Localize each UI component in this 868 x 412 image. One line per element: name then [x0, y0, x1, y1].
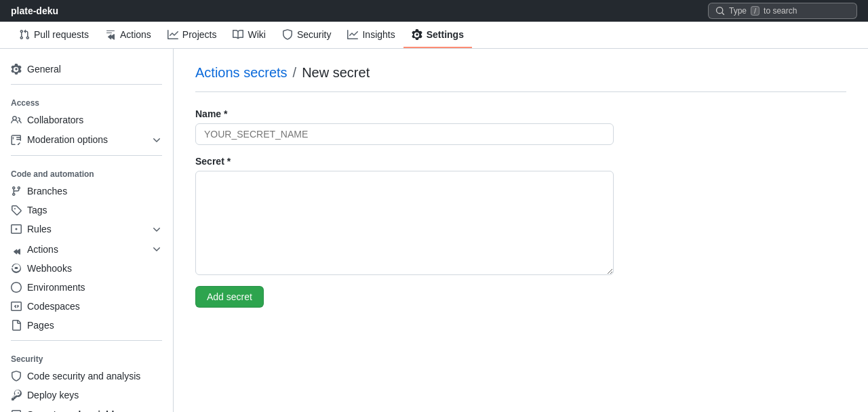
sidebar-item-pages[interactable]: Pages	[0, 316, 173, 335]
name-form-group: Name *	[195, 108, 846, 145]
tab-insights[interactable]: Insights	[339, 22, 403, 48]
rules-label: Rules	[27, 224, 52, 234]
sidebar-item-secrets[interactable]: Secrets and variables	[0, 405, 173, 412]
sidebar-general-label: General	[27, 64, 61, 75]
rules-icon	[11, 224, 22, 234]
gear-icon	[11, 64, 22, 75]
settings-icon	[412, 28, 422, 40]
tab-pull-requests[interactable]: Pull requests	[11, 22, 97, 48]
branches-label: Branches	[27, 186, 67, 197]
webhooks-icon	[11, 263, 22, 274]
security-nav-icon	[282, 28, 293, 40]
environments-label: Environments	[27, 282, 85, 293]
sidebar-item-webhooks[interactable]: Webhooks	[0, 259, 173, 278]
sidebar-item-rules[interactable]: Rules	[0, 220, 173, 239]
rules-chevron-icon	[151, 224, 162, 235]
search-kbd: /	[751, 6, 760, 16]
search-icon	[715, 6, 725, 16]
moderation-icon	[11, 134, 22, 145]
search-text: Type	[729, 6, 747, 16]
sidebar: General Access Collaborators Moderation …	[0, 49, 174, 412]
topbar-left: plate-deku	[11, 5, 58, 16]
branches-icon	[11, 186, 22, 197]
secrets-chevron-icon	[151, 409, 162, 412]
actions-icon	[105, 28, 116, 40]
breadcrumb-separator: /	[293, 65, 297, 81]
codespaces-icon	[11, 301, 22, 312]
sidebar-section-code: Code and automation	[0, 161, 173, 182]
breadcrumb: Actions secrets / New secret	[195, 65, 846, 81]
pages-icon	[11, 320, 22, 331]
tags-label: Tags	[27, 205, 47, 215]
tags-icon	[11, 205, 22, 215]
add-secret-button[interactable]: Add secret	[195, 286, 264, 308]
collaborators-label: Collaborators	[27, 115, 83, 125]
actions-left: Actions	[11, 244, 58, 255]
sidebar-item-codespaces[interactable]: Codespaces	[0, 297, 173, 316]
actions-chevron-icon	[151, 243, 162, 255]
sidebar-item-actions[interactable]: Actions	[0, 239, 173, 259]
sidebar-item-collaborators[interactable]: Collaborators	[0, 110, 173, 129]
topbar: plate-deku Type / to search	[0, 0, 868, 22]
webhooks-label: Webhooks	[27, 263, 72, 274]
name-label: Name *	[195, 108, 846, 119]
deploy-keys-label: Deploy keys	[27, 390, 79, 400]
people-icon	[11, 115, 22, 125]
moderation-left: Moderation options	[11, 134, 108, 145]
nav-tabs: Pull requests Actions Projects Wiki	[0, 22, 868, 49]
sidebar-item-environments[interactable]: Environments	[0, 278, 173, 297]
wiki-icon	[233, 28, 243, 40]
sidebar-divider-3	[11, 340, 162, 341]
secrets-left: Secrets and variables	[11, 409, 125, 412]
section-divider	[195, 91, 846, 92]
tab-wiki[interactable]: Wiki	[224, 22, 273, 48]
codespaces-label: Codespaces	[27, 301, 80, 312]
repo-name: plate-deku	[11, 5, 58, 16]
shield-icon	[11, 371, 22, 382]
secret-label: Secret *	[195, 156, 846, 167]
sidebar-section-access: Access	[0, 90, 173, 110]
insights-icon	[347, 28, 358, 40]
secret-form-group: Secret *	[195, 156, 846, 275]
layout: General Access Collaborators Moderation …	[0, 49, 868, 412]
breadcrumb-link[interactable]: Actions secrets	[195, 65, 288, 81]
sidebar-divider-1	[11, 84, 162, 85]
moderation-label: Moderation options	[27, 134, 108, 145]
environments-icon	[11, 282, 22, 293]
rules-left: Rules	[11, 224, 52, 234]
projects-icon	[167, 28, 178, 40]
secrets-label: Secrets and variables	[27, 409, 125, 412]
sidebar-item-tags[interactable]: Tags	[0, 201, 173, 220]
tab-projects[interactable]: Projects	[159, 22, 225, 48]
pages-label: Pages	[27, 320, 54, 331]
actions-sidebar-label: Actions	[27, 244, 58, 255]
sidebar-item-general[interactable]: General	[0, 60, 173, 79]
tab-actions[interactable]: Actions	[97, 22, 159, 48]
key-icon	[11, 390, 22, 400]
secret-input[interactable]	[195, 171, 614, 275]
chevron-down-icon	[151, 133, 162, 145]
search-bar[interactable]: Type / to search	[708, 3, 857, 19]
code-security-label: Code security and analysis	[27, 371, 140, 382]
main-content: Actions secrets / New secret Name * Secr…	[174, 49, 868, 412]
pr-icon	[19, 28, 30, 40]
plus-square-icon	[11, 409, 22, 412]
sidebar-section-security: Security	[0, 346, 173, 367]
breadcrumb-current: New secret	[302, 65, 370, 81]
tab-security[interactable]: Security	[274, 22, 340, 48]
sidebar-item-deploy-keys[interactable]: Deploy keys	[0, 386, 173, 405]
tab-settings[interactable]: Settings	[403, 22, 472, 48]
search-suffix: to search	[764, 6, 797, 16]
name-input[interactable]	[195, 123, 614, 145]
sidebar-item-moderation[interactable]: Moderation options	[0, 129, 173, 149]
sidebar-item-code-security[interactable]: Code security and analysis	[0, 367, 173, 386]
actions-sidebar-icon	[11, 244, 22, 255]
sidebar-divider-2	[11, 155, 162, 156]
sidebar-item-branches[interactable]: Branches	[0, 182, 173, 201]
